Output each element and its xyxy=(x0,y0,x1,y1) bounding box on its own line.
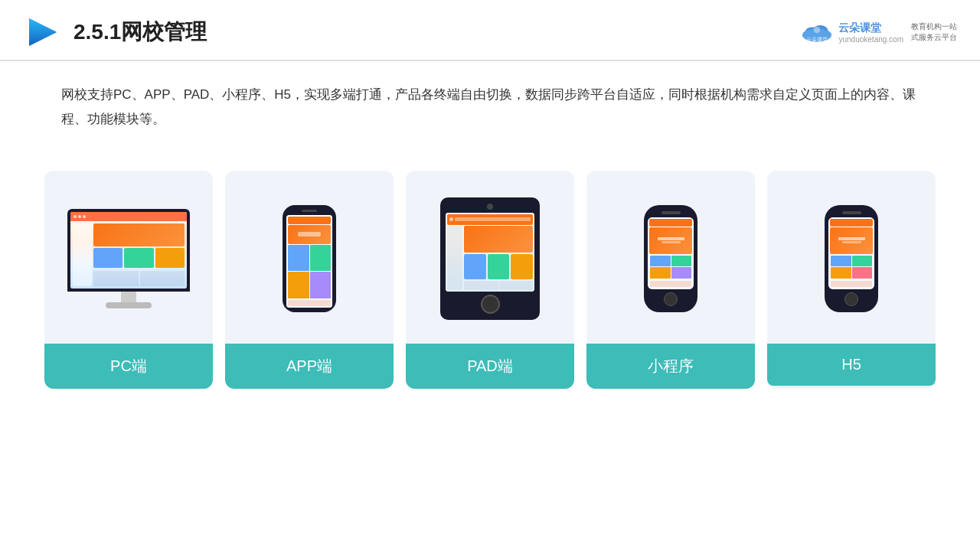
page-header: 2.5.1网校管理 云朵课堂 云朵课堂 yunduoketang.com 教育机… xyxy=(0,0,980,61)
pc-label: PC端 xyxy=(44,344,213,389)
brand-url: yunduoketang.com xyxy=(838,35,903,44)
brand-logo: 云朵课堂 云朵课堂 yunduoketang.com 教育机构一站式服务云平台 xyxy=(800,21,957,44)
svg-marker-1 xyxy=(29,18,57,46)
pad-tablet xyxy=(440,197,540,320)
header-left: 2.5.1网校管理 xyxy=(23,14,207,51)
pc-image-area xyxy=(44,186,213,331)
mini-card: 小程序 xyxy=(586,171,755,389)
cloud-icon: 云朵课堂 xyxy=(800,21,834,44)
pad-card: PAD端 xyxy=(406,171,574,389)
svg-text:云朵课堂: 云朵课堂 xyxy=(806,37,828,42)
mini-image-area xyxy=(586,186,755,331)
page-title: 2.5.1网校管理 xyxy=(74,18,207,47)
brand-tagline: 教育机构一站式服务云平台 xyxy=(911,21,957,43)
pad-image-area xyxy=(406,186,574,331)
description-text: 网校支持PC、APP、PAD、小程序、H5，实现多端打通，产品各终端自由切换，数… xyxy=(0,61,980,140)
h5-label: H5 xyxy=(767,344,936,386)
h5-phone xyxy=(825,205,878,312)
app-card: APP端 xyxy=(225,171,394,389)
h5-image-area xyxy=(767,186,936,331)
brand-name: 云朵课堂 xyxy=(838,21,903,35)
pad-label: PAD端 xyxy=(406,344,574,389)
app-image-area xyxy=(225,186,394,331)
app-phone xyxy=(283,205,336,312)
header-right: 云朵课堂 云朵课堂 yunduoketang.com 教育机构一站式服务云平台 xyxy=(800,21,957,44)
app-label: APP端 xyxy=(225,344,394,389)
svg-point-6 xyxy=(814,27,821,34)
logo-arrow-icon xyxy=(23,14,60,51)
h5-card: H5 xyxy=(767,171,936,389)
pc-card: PC端 xyxy=(44,171,213,389)
pc-monitor xyxy=(67,209,190,308)
mini-label: 小程序 xyxy=(586,344,755,389)
description-content: 网校支持PC、APP、PAD、小程序、H5，实现多端打通，产品各终端自由切换，数… xyxy=(61,83,942,132)
device-cards-section: PC端 xyxy=(0,148,980,404)
mini-phone xyxy=(644,205,697,312)
